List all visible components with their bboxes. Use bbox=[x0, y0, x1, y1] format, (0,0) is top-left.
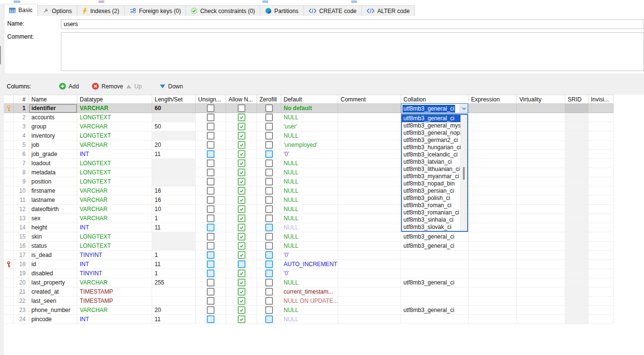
dropdown-scrollbar-thumb[interactable] bbox=[463, 167, 465, 180]
cell-expression[interactable] bbox=[469, 287, 517, 297]
column-row[interactable]: 23phone_numberVARCHAR20NULLutf8mb3_gener… bbox=[4, 306, 644, 315]
column-row[interactable]: 9positionLONGTEXTNULL bbox=[4, 177, 644, 186]
column-row[interactable]: 2accountsLONGTEXTNULL bbox=[4, 113, 644, 122]
zerofill-checkbox[interactable] bbox=[265, 132, 273, 140]
cell-comment[interactable] bbox=[338, 150, 401, 159]
unsigned-checkbox[interactable] bbox=[207, 196, 215, 204]
cell-allownull[interactable] bbox=[226, 196, 257, 205]
cell-default[interactable]: '0' bbox=[281, 150, 338, 159]
cell-comment[interactable] bbox=[338, 196, 401, 205]
unsigned-checkbox[interactable] bbox=[207, 159, 215, 167]
cell-zerofill[interactable] bbox=[257, 159, 281, 168]
cell-expression[interactable] bbox=[469, 141, 517, 150]
allow-null-checkbox[interactable] bbox=[238, 306, 245, 314]
cell-virtuality[interactable] bbox=[517, 278, 565, 287]
cell-name[interactable]: job_grade bbox=[29, 150, 77, 159]
dropdown-item[interactable]: utf8mb3_slovak_ci bbox=[402, 224, 461, 231]
cell-default[interactable]: NULL bbox=[281, 315, 338, 324]
cell-expression[interactable] bbox=[469, 186, 517, 196]
cell-invisible[interactable] bbox=[588, 297, 614, 306]
cell-allownull[interactable] bbox=[226, 150, 257, 159]
cell-unsigned[interactable] bbox=[196, 278, 226, 287]
cell-default[interactable]: '0' bbox=[281, 269, 338, 278]
cell-num[interactable]: 7 bbox=[14, 159, 29, 168]
column-row[interactable]: 16statusLONGTEXTNULLutf8mb3_general_ci bbox=[4, 241, 644, 251]
unsigned-checkbox[interactable] bbox=[207, 233, 215, 241]
zerofill-checkbox[interactable] bbox=[265, 315, 273, 323]
cell-num[interactable]: 11 bbox=[14, 196, 29, 205]
cell-comment[interactable] bbox=[338, 223, 401, 232]
allow-null-checkbox[interactable] bbox=[238, 141, 245, 149]
cell-invisible[interactable] bbox=[588, 104, 614, 113]
cell-virtuality[interactable] bbox=[517, 168, 565, 177]
cell-default[interactable]: NULL bbox=[281, 196, 338, 205]
cell-unsigned[interactable] bbox=[196, 150, 226, 159]
cell-expression[interactable] bbox=[469, 131, 517, 141]
cell-collation[interactable] bbox=[401, 315, 469, 324]
cell-num[interactable]: 13 bbox=[14, 214, 29, 223]
cell-invisible[interactable] bbox=[588, 196, 614, 205]
cell-invisible[interactable] bbox=[588, 306, 614, 315]
cell-zerofill[interactable] bbox=[257, 315, 281, 324]
cell-invisible[interactable] bbox=[588, 186, 614, 196]
cell-icon[interactable] bbox=[4, 214, 14, 223]
cell-unsigned[interactable] bbox=[196, 104, 226, 113]
unsigned-checkbox[interactable] bbox=[207, 306, 215, 314]
column-row[interactable]: 21created_atTIMESTAMPcurrent_timestam... bbox=[4, 287, 644, 297]
cell-zerofill[interactable] bbox=[257, 113, 281, 122]
column-row[interactable]: 19disabledTINYINT1'0' bbox=[4, 269, 644, 278]
cell-unsigned[interactable] bbox=[196, 159, 226, 168]
cell-zerofill[interactable] bbox=[257, 287, 281, 297]
cell-comment[interactable] bbox=[338, 177, 401, 186]
cell-invisible[interactable] bbox=[588, 251, 614, 260]
cell-default[interactable]: '0' bbox=[281, 251, 338, 260]
allow-null-checkbox[interactable] bbox=[238, 150, 245, 158]
column-row[interactable]: 11lastnameVARCHAR16NULL bbox=[4, 196, 644, 205]
cell-num[interactable]: 12 bbox=[14, 205, 29, 214]
cell-icon[interactable] bbox=[4, 232, 14, 241]
cell-datatype[interactable]: VARCHAR bbox=[77, 141, 152, 150]
cell-virtuality[interactable] bbox=[517, 186, 565, 196]
cell-zerofill[interactable] bbox=[257, 104, 281, 113]
cell-srid[interactable] bbox=[565, 223, 588, 232]
cell-length[interactable] bbox=[152, 287, 196, 297]
allow-null-checkbox[interactable] bbox=[238, 251, 245, 259]
cell-num[interactable]: 15 bbox=[14, 232, 29, 241]
tab-options[interactable]: Options bbox=[37, 5, 77, 16]
cell-unsigned[interactable] bbox=[196, 196, 226, 205]
cell-datatype[interactable]: LONGTEXT bbox=[77, 131, 152, 141]
cell-collation[interactable] bbox=[401, 269, 469, 278]
cell-srid[interactable] bbox=[565, 278, 588, 287]
cell-num[interactable]: 3 bbox=[14, 122, 29, 131]
cell-allownull[interactable] bbox=[226, 297, 257, 306]
unsigned-checkbox[interactable] bbox=[207, 104, 215, 112]
column-row[interactable]: 6job_gradeINT11'0' bbox=[4, 150, 644, 159]
column-row[interactable]: 15skinLONGTEXTNULLutf8mb3_general_ci bbox=[4, 232, 644, 241]
cell-srid[interactable] bbox=[565, 214, 588, 223]
cell-num[interactable]: 14 bbox=[14, 223, 29, 232]
dropdown-item[interactable]: utf8mb3_german2_ci bbox=[402, 137, 461, 144]
cell-datatype[interactable]: VARCHAR bbox=[77, 104, 152, 113]
zerofill-checkbox[interactable] bbox=[265, 233, 273, 241]
tab-partitions[interactable]: Partitions bbox=[260, 5, 304, 16]
cell-length[interactable]: 16 bbox=[152, 196, 196, 205]
cell-length[interactable] bbox=[152, 168, 196, 177]
cell-zerofill[interactable] bbox=[257, 214, 281, 223]
cell-invisible[interactable] bbox=[588, 232, 614, 241]
cell-comment[interactable] bbox=[338, 122, 401, 131]
unsigned-checkbox[interactable] bbox=[207, 224, 215, 231]
allow-null-checkbox[interactable] bbox=[238, 214, 245, 222]
cell-name[interactable]: dateofbirth bbox=[29, 205, 77, 214]
cell-length[interactable]: 10 bbox=[152, 205, 196, 214]
cell-num[interactable]: 20 bbox=[14, 278, 29, 287]
cell-num[interactable]: 9 bbox=[14, 177, 29, 186]
zerofill-checkbox[interactable] bbox=[265, 150, 273, 158]
column-row[interactable]: 24pincodeINT11NULL bbox=[4, 315, 644, 324]
cell-expression[interactable] bbox=[469, 232, 517, 241]
unsigned-checkbox[interactable] bbox=[207, 178, 215, 185]
cell-default[interactable]: NULL bbox=[281, 205, 338, 214]
cell-datatype[interactable]: LONGTEXT bbox=[77, 177, 152, 186]
unsigned-checkbox[interactable] bbox=[207, 132, 215, 140]
cell-comment[interactable] bbox=[338, 260, 401, 269]
cell-collation[interactable]: utf8mb3_general_ci bbox=[401, 306, 469, 315]
